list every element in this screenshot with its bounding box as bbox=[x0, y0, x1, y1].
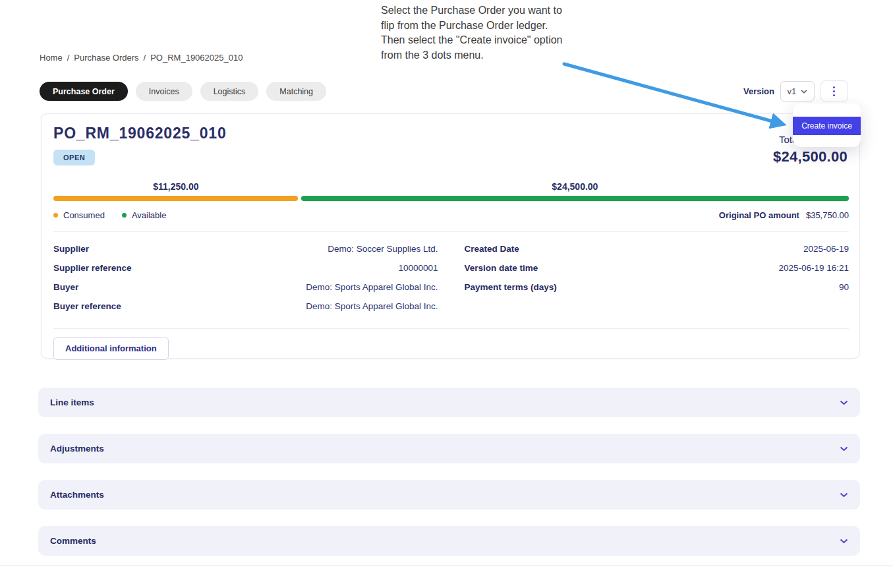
create-invoice-menu-item[interactable]: Create invoice bbox=[793, 117, 861, 135]
section-adjustments[interactable]: Adjustments bbox=[38, 434, 860, 463]
field-supplier-reference: Supplier reference 10000001 bbox=[53, 258, 438, 278]
toolbar: Version v1 bbox=[743, 80, 848, 102]
available-amount-label: $24,500.00 bbox=[301, 181, 849, 192]
breadcrumb-current: PO_RM_19062025_010 bbox=[150, 53, 243, 63]
legend-available: Available bbox=[122, 210, 167, 220]
breadcrumb-purchase-orders[interactable]: Purchase Orders bbox=[74, 53, 138, 63]
version-select[interactable]: v1 bbox=[780, 81, 815, 102]
section-attachments[interactable]: Attachments bbox=[38, 480, 860, 510]
purchase-order-card: PO_RM_19062025_010 OPEN Total available … bbox=[41, 113, 860, 359]
original-po-amount: Original PO amount $35,750.00 bbox=[719, 210, 849, 220]
chevron-down-icon bbox=[840, 539, 848, 544]
field-version-date-time: Version date time 2025-06-19 16:21 bbox=[465, 258, 850, 278]
progress-amount-labels: $11,250.00 $24,500.00 bbox=[53, 181, 849, 192]
divider bbox=[53, 231, 849, 232]
status-badge: OPEN bbox=[53, 150, 95, 165]
section-label: Line items bbox=[50, 397, 94, 407]
tab-invoices[interactable]: Invoices bbox=[136, 82, 192, 101]
annotation-text: Select the Purchase Order you want to fl… bbox=[381, 3, 571, 63]
options-dropdown-menu: Create invoice bbox=[793, 103, 861, 147]
po-fields: Supplier Demo: Soccer Supplies Ltd. Supp… bbox=[53, 239, 849, 316]
fields-right-column: Created Date 2025-06-19 Version date tim… bbox=[465, 239, 850, 297]
field-payment-terms: Payment terms (days) 90 bbox=[465, 278, 850, 297]
po-progress-bar bbox=[53, 196, 849, 201]
total-available-value: $24,500.00 bbox=[773, 148, 848, 165]
tab-matching[interactable]: Matching bbox=[266, 82, 326, 101]
chevron-down-icon bbox=[840, 446, 848, 452]
chevron-down-icon bbox=[840, 492, 848, 498]
breadcrumb-separator: / bbox=[144, 53, 146, 63]
po-title: PO_RM_19062025_010 bbox=[53, 125, 226, 142]
field-buyer: Buyer Demo: Sports Apparel Global Inc. bbox=[53, 278, 438, 297]
additional-information-button[interactable]: Additional information bbox=[53, 337, 169, 360]
version-value: v1 bbox=[788, 86, 797, 96]
field-supplier: Supplier Demo: Soccer Supplies Ltd. bbox=[53, 239, 438, 258]
progress-available-segment bbox=[301, 196, 849, 201]
viewport-bottom-border bbox=[0, 566, 893, 566]
section-comments[interactable]: Comments bbox=[38, 526, 860, 556]
fields-left-column: Supplier Demo: Soccer Supplies Ltd. Supp… bbox=[53, 239, 438, 316]
chevron-down-icon bbox=[801, 90, 807, 94]
breadcrumb-home[interactable]: Home bbox=[40, 53, 63, 63]
legend-consumed: Consumed bbox=[53, 210, 105, 220]
field-buyer-reference: Buyer reference Demo: Sports Apparel Glo… bbox=[53, 297, 438, 316]
divider bbox=[53, 328, 849, 329]
section-label: Attachments bbox=[50, 490, 104, 500]
progress-consumed-segment bbox=[53, 196, 298, 201]
tab-bar: Purchase Order Invoices Logistics Matchi… bbox=[40, 82, 326, 101]
version-label: Version bbox=[743, 86, 774, 96]
tab-purchase-order[interactable]: Purchase Order bbox=[40, 82, 128, 101]
breadcrumb: Home / Purchase Orders / PO_RM_19062025_… bbox=[40, 53, 243, 63]
tab-logistics[interactable]: Logistics bbox=[200, 82, 259, 101]
section-label: Comments bbox=[50, 536, 96, 546]
section-line-items[interactable]: Line items bbox=[38, 388, 860, 417]
more-options-button[interactable] bbox=[821, 80, 848, 102]
progress-legend-row: Consumed Available Original PO amount $3… bbox=[53, 210, 849, 220]
section-label: Adjustments bbox=[50, 444, 104, 454]
available-dot-icon bbox=[122, 213, 127, 218]
consumed-amount-label: $11,250.00 bbox=[53, 181, 299, 192]
breadcrumb-separator: / bbox=[67, 53, 70, 63]
kebab-menu-icon bbox=[833, 86, 835, 96]
field-created-date: Created Date 2025-06-19 bbox=[465, 239, 850, 258]
chevron-down-icon bbox=[840, 400, 848, 405]
consumed-dot-icon bbox=[53, 213, 58, 218]
